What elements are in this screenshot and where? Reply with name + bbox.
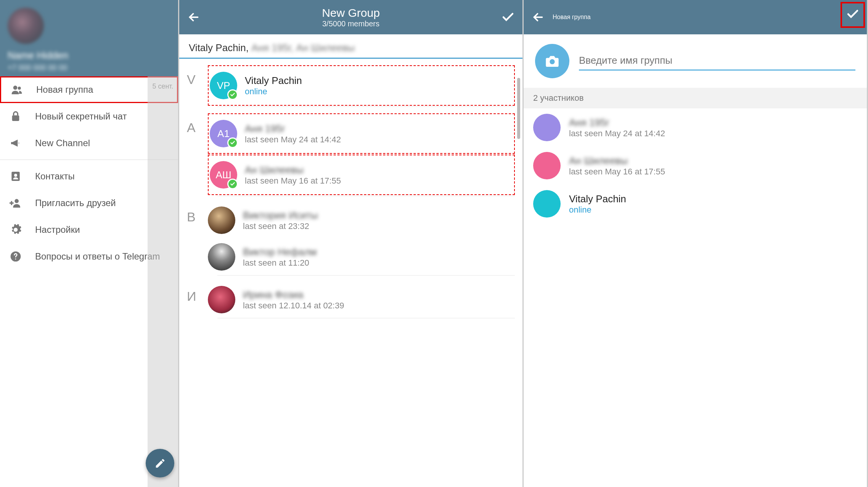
menu-item-label: Новая группа (36, 84, 93, 95)
header-title: Новая группа (553, 14, 591, 21)
contacts-section: AА1Аня 195гlast seen May 24 at 14:42АШАн… (179, 107, 522, 196)
section-letter: В (187, 202, 208, 224)
new-group-header: New Group 3/5000 members (179, 0, 522, 34)
profile-phone: +7 000 000 00 00 (8, 63, 170, 72)
svg-point-3 (18, 87, 21, 90)
contact-item[interactable]: Ирина Фозиаlast seen 12.10.14 at 02:39 (208, 281, 515, 318)
contact-status: last seen at 11:20 (243, 258, 317, 268)
contact-status: last seen at 23:32 (243, 221, 318, 231)
member-item[interactable]: Аня 195гlast seen May 24 at 14:42 (524, 108, 867, 147)
selected-members-bar[interactable]: Vitaly Pachin, Аня 195г, Ан Шилеевы (179, 34, 522, 59)
confirm-highlight (841, 2, 865, 28)
back-icon[interactable] (187, 10, 201, 24)
member-status: last seen May 24 at 14:42 (569, 129, 665, 139)
section-letter: A (187, 113, 208, 135)
selected-member-blurred: Аня 195г, Ан Шилеевы (251, 42, 355, 53)
new-group-contacts-panel: New Group 3/5000 members Vitaly Pachin, … (179, 0, 524, 487)
svg-point-2 (13, 85, 18, 90)
member-avatar (533, 114, 561, 141)
contacts-section: VVPVitaly Pachinonline (179, 59, 522, 106)
drawer-header: Name Hidden +7 000 000 00 00 (0, 0, 178, 76)
confirm-icon[interactable] (846, 7, 860, 21)
selected-badge-icon (227, 137, 238, 148)
contact-avatar (208, 243, 235, 271)
contact-status: last seen May 24 at 14:42 (245, 135, 341, 145)
drawer-panel: 05 окт. 5 сент. Name Hidden +7 000 000 0… (0, 0, 179, 487)
section-letter: И (187, 281, 208, 304)
contact-icon (10, 170, 22, 182)
group-setup-panel: Новая группа 2 участников Аня 195гlast s… (524, 0, 868, 487)
compose-fab[interactable] (146, 449, 174, 477)
member-avatar (533, 152, 561, 179)
contact-avatar (208, 206, 235, 234)
menu-item-label: Пригласить друзей (35, 198, 116, 208)
contact-avatar (208, 286, 235, 313)
member-item[interactable]: Vitaly Pachinonline (524, 185, 867, 223)
contact-status: last seen May 16 at 17:55 (245, 176, 341, 186)
back-icon[interactable] (531, 10, 545, 24)
contact-name: Виктория Иситы (243, 210, 318, 221)
group-photo-button[interactable] (535, 44, 569, 78)
member-name: Vitaly Pachin (569, 193, 626, 205)
member-item[interactable]: Ан Шилеевыlast seen May 16 at 17:55 (524, 147, 867, 185)
members-count-header: 2 участников (524, 88, 867, 108)
contact-name: Ирина Фозиа (243, 289, 344, 301)
member-status: last seen May 16 at 17:55 (569, 167, 665, 177)
confirm-icon[interactable] (501, 10, 515, 24)
contact-item[interactable]: VPVitaly Pachinonline (210, 67, 513, 104)
selected-member-name: Vitaly Pachin, (189, 42, 249, 53)
lock-icon (10, 110, 22, 123)
selected-badge-icon (227, 89, 238, 100)
menu-item-label: Контакты (35, 171, 75, 182)
contact-name: Vitaly Pachin (245, 75, 302, 87)
invite-icon (10, 197, 22, 209)
contact-name: Ан Шилеевы (245, 164, 341, 176)
member-name: Ан Шилеевы (569, 155, 665, 167)
menu-item-label: Настройки (35, 224, 80, 235)
contact-status: last seen 12.10.14 at 02:39 (243, 301, 344, 311)
contact-avatar: АШ (210, 161, 237, 189)
contact-item[interactable]: АШАн Шилеевыlast seen May 16 at 17:55 (210, 156, 513, 193)
member-name: Аня 195г (569, 117, 665, 129)
header-title: New Group (208, 6, 493, 19)
group-icon (11, 84, 23, 96)
contact-status: online (245, 87, 302, 97)
svg-point-7 (14, 199, 19, 203)
contacts-list[interactable]: VVPVitaly PachinonlineAА1Аня 195гlast se… (179, 59, 522, 487)
contact-item[interactable]: Виктор Нефалмlast seen at 11:20 (208, 239, 515, 275)
gear-icon (10, 224, 22, 236)
help-icon (10, 250, 22, 263)
contact-name: Аня 195г (245, 123, 341, 135)
contact-item[interactable]: А1Аня 195гlast seen May 24 at 14:42 (210, 115, 513, 152)
group-setup-row (524, 34, 867, 88)
selected-badge-icon (227, 179, 238, 189)
members-list: Аня 195гlast seen May 24 at 14:42Ан Шиле… (524, 108, 867, 223)
contact-avatar: VP (210, 72, 237, 99)
contacts-section: ВВиктория Иситыlast seen at 23:32Виктор … (179, 196, 522, 275)
svg-point-6 (14, 174, 17, 177)
camera-icon (545, 53, 560, 69)
chat-date: 5 сент. (152, 82, 173, 90)
svg-point-9 (550, 59, 555, 64)
contacts-section: ИИрина Фозиаlast seen 12.10.14 at 02:39 (179, 276, 522, 318)
contact-item[interactable]: Виктория Иситыlast seen at 23:32 (208, 202, 515, 239)
pencil-icon (154, 458, 166, 469)
contact-name: Виктор Нефалм (243, 246, 317, 258)
scrollbar[interactable] (517, 78, 520, 139)
menu-item-label: Вопросы и ответы о Telegram (35, 251, 160, 262)
section-separator (217, 318, 515, 318)
svg-rect-4 (12, 115, 19, 121)
section-letter: V (187, 65, 208, 87)
group-setup-header: Новая группа (524, 0, 867, 34)
member-status: online (569, 205, 626, 215)
profile-name: Name Hidden (8, 50, 170, 61)
menu-item-label: Новый секретный чат (35, 111, 127, 122)
contact-avatar: А1 (210, 120, 237, 147)
member-avatar (533, 190, 561, 218)
megaphone-icon (10, 137, 22, 149)
header-subtitle: 3/5000 members (208, 19, 493, 28)
group-name-input[interactable] (579, 52, 855, 71)
menu-item-label: New Channel (35, 138, 90, 148)
profile-avatar[interactable] (8, 8, 44, 44)
